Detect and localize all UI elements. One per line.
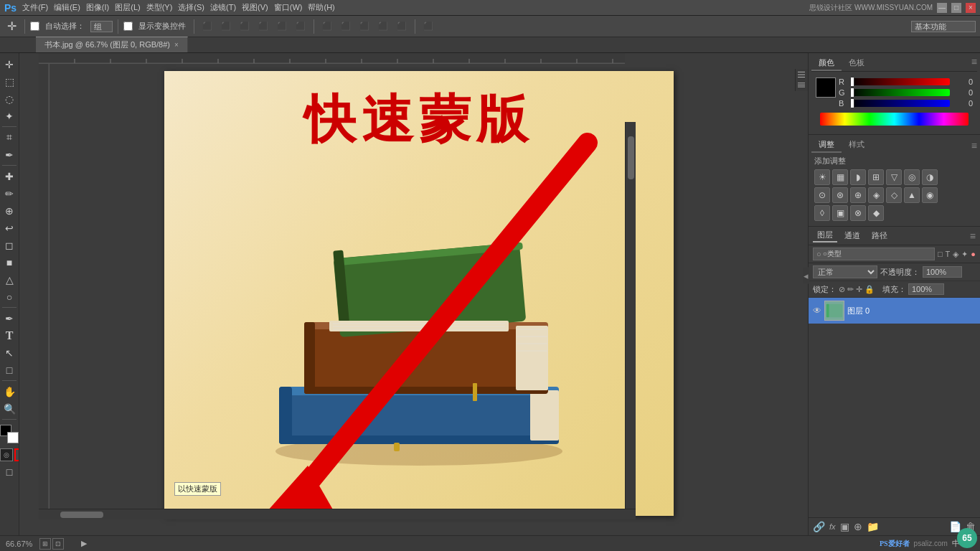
photo-filter-icon[interactable]: ⊛ [832,187,848,203]
zoom-fit-icon[interactable]: ⊡ [52,538,64,550]
marquee-tool[interactable]: ⬚ [1,73,18,90]
layers-type-filter[interactable]: ○ ○类型 [813,248,935,260]
opacity-input[interactable] [923,266,962,278]
dodge-tool[interactable]: ○ [1,288,18,305]
layers-filter-icon3[interactable]: ◈ [953,250,958,259]
healing-tool[interactable]: ✚ [1,168,18,184]
auto-select-checkbox[interactable] [30,22,39,31]
threshold-icon[interactable]: ◉ [922,187,938,203]
shape-tool[interactable]: □ [1,362,18,378]
move-tool[interactable]: ✛ [1,56,18,72]
layers-tab[interactable]: 图层 [813,229,837,242]
arrange-icon[interactable]: ⬛ [420,20,436,32]
hdr-icon[interactable]: ◆ [868,205,884,221]
align-middle-icon[interactable]: ⬛ [274,20,290,32]
levels-icon[interactable]: ▦ [832,169,848,185]
background-color[interactable] [7,432,19,443]
exposure-icon[interactable]: ⊞ [868,169,884,185]
clone-tool[interactable]: ⊕ [1,202,18,219]
lock-transparent-icon[interactable]: ⊘ [839,285,845,294]
distribute2-icon[interactable]: ⬛ [338,20,354,32]
blur-tool[interactable]: △ [1,271,18,288]
menu-view[interactable]: 视图(V) [242,2,268,14]
distribute4-icon[interactable]: ⬛ [375,20,391,32]
posterize-icon[interactable]: ▲ [904,187,920,203]
distribute5-icon[interactable]: ⬛ [394,20,410,32]
eraser-tool[interactable]: ◻ [1,237,18,253]
adj-panel-menu[interactable]: ≡ [971,140,977,151]
show-transform-checkbox[interactable] [123,22,133,31]
adjustments-tab[interactable]: 调整 [811,138,842,153]
doc-tab-close[interactable]: × [174,41,179,49]
vscroll-thumb[interactable] [628,136,634,179]
canvas-content[interactable]: 快速蒙版 [164,71,674,516]
menu-select[interactable]: 选择(S) [178,2,204,14]
align-right-icon[interactable]: ⬛ [237,20,253,32]
distribute-icon[interactable]: ⬛ [319,20,335,32]
color-lookup-icon[interactable]: ◈ [868,187,884,203]
layers-adj-icon[interactable]: ⊕ [854,521,862,532]
lock-position-icon[interactable]: ✛ [856,285,862,294]
layers-filter-icon1[interactable]: □ [938,250,943,258]
layer-item-0[interactable]: 👁 图层 0 [809,298,980,324]
selective-color-icon[interactable]: ▣ [832,205,848,221]
window-maximize[interactable]: □ [951,3,961,13]
horizontal-scrollbar[interactable] [39,509,636,519]
lasso-tool[interactable]: ◌ [1,90,18,107]
zoom-tool[interactable]: 🔍 [1,400,18,417]
panel-sidebar-color-icon[interactable]: ||| [798,71,806,79]
layers-filter-icon4[interactable]: ✦ [961,250,968,259]
screen-mode[interactable]: □ [1,463,18,480]
eyedropper-tool[interactable]: ✒ [1,146,18,163]
distribute3-icon[interactable]: ⬛ [357,20,372,32]
channel-mixer-icon[interactable]: ⊕ [850,187,866,203]
gradient-tool[interactable]: ■ [1,254,18,270]
shadow-hl-icon[interactable]: ⊗ [850,205,866,221]
styles-tab[interactable]: 样式 [842,138,872,153]
layers-fx-icon[interactable]: fx [829,522,836,531]
invert-icon[interactable]: ◇ [886,187,902,203]
hand-tool[interactable]: ✋ [1,383,18,400]
color-swatch[interactable] [816,77,836,98]
brightness-contrast-icon[interactable]: ☀ [814,169,830,185]
menu-filter[interactable]: 滤镜(T) [210,2,236,14]
path-select-tool[interactable]: ↖ [1,344,18,361]
red-slider[interactable] [850,78,950,85]
standard-mode-icon[interactable]: ◎ [0,448,13,461]
color-panel-menu[interactable]: ≡ [971,56,977,71]
red-thumb[interactable] [850,77,854,87]
layer-visibility-icon[interactable]: 👁 [813,306,821,316]
layers-folder-icon[interactable]: 📁 [867,521,879,532]
lock-all-icon[interactable]: 🔒 [864,285,875,294]
layers-filter-icon2[interactable]: T [946,250,951,258]
quick-mask-mode-icon[interactable]: ◎ [14,448,19,461]
menu-type[interactable]: 类型(Y) [146,2,173,14]
layers-mask-icon[interactable]: ▣ [840,521,849,532]
blend-mode-select[interactable]: 正常 [813,265,877,278]
vertical-scrollbar[interactable] [625,122,636,509]
layers-link-icon[interactable]: 🔗 [813,521,825,532]
doc-info-arrow[interactable]: ▶ [81,539,87,548]
menu-help[interactable]: 帮助(H) [308,2,334,14]
color-spectrum-bar[interactable] [820,113,969,126]
color-balance-icon[interactable]: ◑ [922,169,938,185]
crop-tool[interactable]: ⌗ [1,129,18,146]
history-brush-tool[interactable]: ↩ [1,220,18,236]
layers-filter-toggle[interactable]: ● [971,250,976,258]
auto-select-dropdown[interactable]: 组 [90,21,113,32]
panel-sidebar-adj-icon[interactable]: ||| [798,83,806,88]
menu-file[interactable]: 文件(F) [22,2,48,14]
gradient-map-icon[interactable]: ◊ [814,205,830,221]
doc-tab-active[interactable]: 书本.jpg @ 66.7% (图层 0, RGB/8#) × [36,37,188,52]
blue-thumb[interactable] [850,98,854,108]
swatches-tab[interactable]: 色板 [842,56,872,71]
layers-panel-menu[interactable]: ≡ [970,230,976,242]
magic-wand-tool[interactable]: ✦ [1,108,18,124]
blue-slider[interactable] [850,100,950,107]
lock-pixels-icon[interactable]: ✏ [847,285,854,294]
menu-window[interactable]: 窗口(W) [274,2,303,14]
green-thumb[interactable] [850,88,854,98]
move-tool-icon[interactable]: ✛ [4,18,19,34]
align-center-icon[interactable]: ⬛ [218,20,234,32]
paths-tab[interactable]: 路径 [867,230,892,242]
